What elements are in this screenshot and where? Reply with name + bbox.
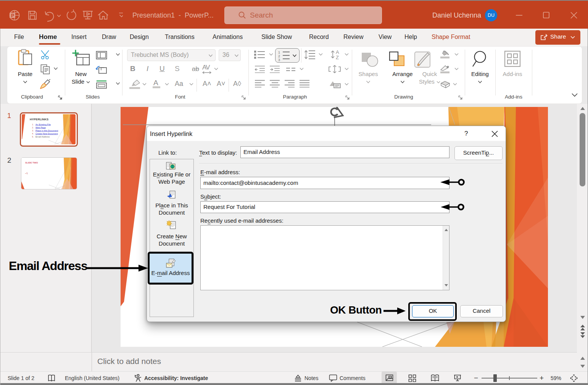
svg-text:Create New Document: Create New Document — [35, 133, 58, 135]
svg-text:3: 3 — [278, 58, 280, 61]
svg-text:1: 1 — [278, 50, 280, 54]
svg-text:2.: 2. — [32, 126, 34, 129]
svg-text:An Existing File: An Existing File — [35, 123, 51, 126]
svg-text:Email Address: Email Address — [35, 136, 50, 138]
svg-text:HYPERLINKS: HYPERLINKS — [30, 118, 48, 121]
svg-text:Place in this Document: Place in this Document — [35, 129, 58, 132]
svg-text:3.: 3. — [32, 129, 34, 132]
svg-text:• ¶: • ¶ — [25, 172, 27, 175]
svg-text:SLIDE TWO: SLIDE TWO — [25, 162, 38, 164]
svg-text:2: 2 — [278, 54, 280, 58]
svg-text:4.: 4. — [32, 133, 34, 135]
svg-text:P: P — [11, 13, 14, 18]
svg-text:Z: Z — [336, 55, 339, 60]
svg-text:1.: 1. — [32, 123, 34, 126]
svg-text:A: A — [336, 50, 339, 55]
svg-text:Web Page: Web Page — [35, 126, 46, 129]
svg-text:5.: 5. — [32, 136, 34, 138]
